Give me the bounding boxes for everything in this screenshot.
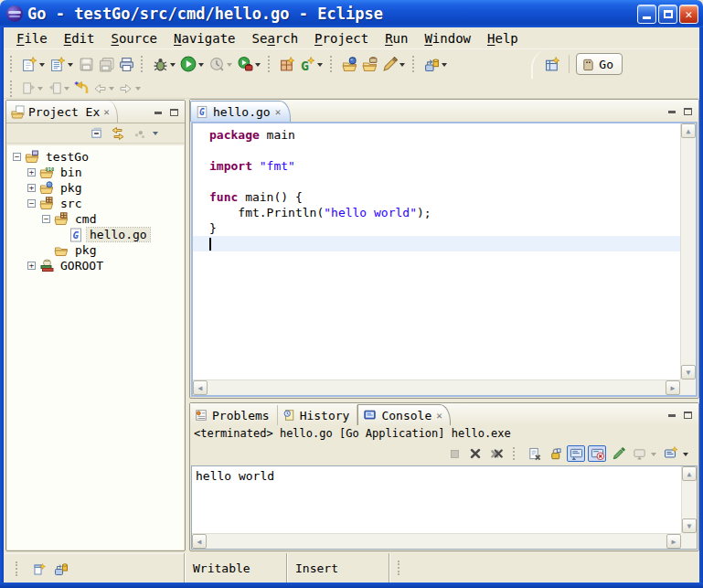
- new-project-icon[interactable]: [277, 54, 297, 74]
- show-stdout-toggle-icon[interactable]: [567, 445, 585, 462]
- mark-occurrences-icon[interactable]: [379, 54, 399, 74]
- scroll-down-icon[interactable]: ▼: [682, 519, 697, 533]
- maximize-view-icon[interactable]: [681, 410, 694, 421]
- new-file-dropdown[interactable]: [68, 63, 73, 69]
- code-area[interactable]: package mainimport "fmt"func main() { fm…: [193, 123, 680, 380]
- scroll-left-icon[interactable]: ◀: [193, 380, 208, 395]
- scroll-up-icon[interactable]: ▲: [682, 466, 697, 481]
- code-line[interactable]: [193, 143, 680, 158]
- close-icon[interactable]: ✕: [436, 410, 442, 422]
- new-go-element-dropdown[interactable]: [317, 63, 323, 69]
- external-tools-dropdown[interactable]: [255, 63, 261, 69]
- tree-item-cmd[interactable]: −cmd: [7, 211, 184, 227]
- collapse-icon[interactable]: −: [13, 153, 21, 161]
- run-icon[interactable]: [178, 54, 198, 74]
- tab-console[interactable]: Console ✕: [357, 404, 450, 425]
- debug-icon[interactable]: [150, 54, 170, 74]
- tree-item-src[interactable]: −src: [7, 196, 184, 211]
- minimize-view-icon[interactable]: [666, 410, 678, 421]
- clear-console-icon[interactable]: [525, 445, 543, 462]
- new-wizard-dropdown[interactable]: [39, 63, 45, 69]
- expand-icon[interactable]: +: [27, 262, 36, 270]
- scroll-left-icon[interactable]: ◀: [192, 534, 207, 549]
- collapse-all-icon[interactable]: [87, 125, 105, 142]
- external-tools-icon[interactable]: [235, 54, 255, 74]
- remove-launch-icon[interactable]: [466, 445, 485, 462]
- console-output[interactable]: hello world: [192, 466, 681, 533]
- remove-all-launches-icon[interactable]: [487, 445, 506, 462]
- show-stderr-toggle-icon[interactable]: [588, 445, 606, 462]
- toolbar-grip[interactable]: [268, 56, 272, 72]
- perspective-go-button[interactable]: Go: [576, 53, 623, 75]
- toolbar-grip[interactable]: [141, 56, 145, 72]
- close-icon[interactable]: ✕: [275, 106, 282, 118]
- editor-body[interactable]: package mainimport "fmt"func main() { fm…: [191, 122, 698, 397]
- launch-toolbar-icon[interactable]: [54, 561, 69, 576]
- open-console-dropdown[interactable]: [683, 453, 688, 459]
- launch-config-dropdown[interactable]: [442, 63, 447, 69]
- code-line[interactable]: }: [193, 220, 680, 236]
- tree-item-bin[interactable]: +010bin: [7, 165, 184, 180]
- menu-window[interactable]: Window: [417, 29, 478, 48]
- menu-navigate[interactable]: Navigate: [166, 29, 242, 48]
- code-line[interactable]: fmt.Println("hello world");: [193, 205, 680, 220]
- maximize-view-icon[interactable]: [167, 107, 180, 118]
- minimize-button[interactable]: [637, 5, 656, 24]
- tree-item-testGo[interactable]: −testGo: [7, 149, 184, 165]
- close-icon[interactable]: ✕: [103, 106, 110, 118]
- menu-edit[interactable]: Edit: [57, 29, 102, 48]
- editor-vertical-scrollbar[interactable]: ▲ ▼: [680, 123, 696, 380]
- launch-config-icon[interactable]: [421, 54, 442, 74]
- tab-history[interactable]: History: [278, 405, 358, 425]
- scroll-down-icon[interactable]: ▼: [681, 365, 696, 380]
- view-menu-icon[interactable]: [153, 132, 158, 138]
- minimize-view-icon[interactable]: [152, 107, 165, 118]
- menu-project[interactable]: Project: [307, 29, 376, 48]
- toolbar-grip[interactable]: [412, 56, 417, 72]
- scroll-right-icon[interactable]: ▶: [666, 380, 680, 395]
- console-horizontal-scrollbar[interactable]: ◀ ▶: [192, 533, 681, 549]
- menu-source[interactable]: Source: [103, 29, 165, 48]
- scroll-up-icon[interactable]: ▲: [681, 123, 696, 138]
- menu-search[interactable]: Search: [245, 29, 306, 48]
- tab-project-explorer[interactable]: Project Ex ✕: [6, 101, 118, 123]
- pin-console-icon[interactable]: [609, 445, 627, 462]
- collapse-icon[interactable]: −: [27, 199, 36, 208]
- menu-help[interactable]: Help: [480, 29, 526, 48]
- menu-run[interactable]: Run: [378, 29, 415, 48]
- last-edit-location-icon[interactable]: *: [72, 80, 91, 97]
- code-line[interactable]: import "fmt": [193, 158, 680, 174]
- new-go-element-icon[interactable]: G: [297, 54, 317, 74]
- fast-view-icon[interactable]: [32, 561, 47, 576]
- toolbar-grip[interactable]: [10, 56, 15, 72]
- tab-problems[interactable]: Problems: [190, 405, 278, 425]
- code-line-current[interactable]: [193, 236, 680, 251]
- tree-item-pkg[interactable]: +pkg: [7, 180, 184, 196]
- scroll-lock-icon[interactable]: [546, 445, 564, 462]
- mark-occurrences-dropdown[interactable]: [399, 63, 405, 69]
- scroll-right-icon[interactable]: ▶: [666, 534, 681, 549]
- collapse-icon[interactable]: −: [42, 215, 50, 223]
- menu-file[interactable]: File: [9, 29, 55, 48]
- maximize-view-icon[interactable]: [681, 106, 694, 117]
- toolbar-grip[interactable]: [330, 56, 335, 72]
- code-line[interactable]: package main: [193, 127, 680, 143]
- new-wizard-icon[interactable]: [19, 54, 39, 74]
- open-perspective-icon[interactable]: [542, 54, 562, 74]
- maximize-button[interactable]: [658, 5, 677, 24]
- new-file-icon[interactable]: [48, 54, 68, 74]
- tree-item-pkg[interactable]: pkg: [7, 242, 184, 258]
- close-button[interactable]: ✕: [679, 5, 698, 24]
- link-with-editor-icon[interactable]: [109, 125, 127, 142]
- expand-icon[interactable]: +: [27, 168, 36, 176]
- code-line[interactable]: [193, 174, 680, 189]
- tree-item-hello-go[interactable]: Ghello.go: [7, 227, 184, 242]
- expand-icon[interactable]: +: [27, 184, 36, 192]
- console-vertical-scrollbar[interactable]: ▲ ▼: [681, 466, 697, 533]
- debug-dropdown[interactable]: [170, 63, 176, 69]
- run-dropdown[interactable]: [198, 63, 204, 69]
- code-line[interactable]: func main() {: [193, 189, 680, 205]
- open-resource-icon[interactable]: [359, 54, 379, 74]
- minimize-view-icon[interactable]: [666, 106, 678, 117]
- print-icon[interactable]: [116, 54, 136, 74]
